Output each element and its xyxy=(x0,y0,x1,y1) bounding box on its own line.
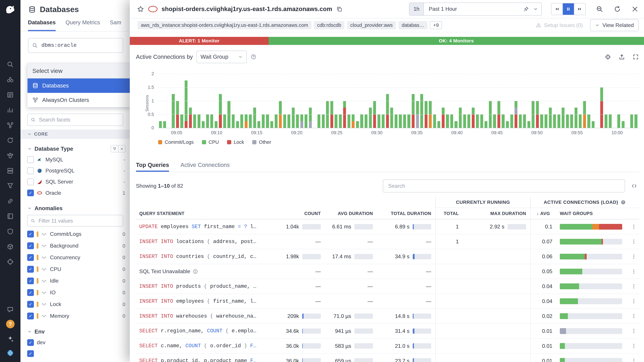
facet-item-item[interactable]: ✓ xyxy=(27,348,126,359)
table-row[interactable]: INSERT INTO warehouses ( warehouse_na…20… xyxy=(136,309,639,324)
table-search-input[interactable] xyxy=(388,183,621,190)
tab-databases[interactable]: Databases xyxy=(28,19,56,31)
tag-pill[interactable]: aws_rds_instance:shopist-orders.cviighka… xyxy=(138,21,311,29)
rail-host-button[interactable] xyxy=(6,167,14,175)
checkbox[interactable] xyxy=(27,156,34,163)
tab-active-connections[interactable]: Active Connections xyxy=(180,158,230,172)
rail-notebook-button[interactable] xyxy=(6,212,14,220)
help-icon[interactable] xyxy=(250,54,256,60)
rail-loop-button[interactable] xyxy=(6,136,14,144)
query-statement[interactable]: INSERT INTO employees ( first_name, l… xyxy=(136,299,272,304)
rail-watchdog-button[interactable] xyxy=(6,151,14,160)
rail-security-button[interactable] xyxy=(6,227,14,236)
legend-item-commit-logs[interactable]: Commit/Logs xyxy=(158,139,194,145)
query-statement[interactable]: INSERT INTO countries ( country_id, c… xyxy=(136,254,272,259)
rail-charts-button[interactable] xyxy=(6,106,14,114)
help-icon[interactable]: ? xyxy=(620,200,626,205)
checkbox[interactable]: ✓ xyxy=(27,301,34,308)
checkbox[interactable]: ✓ xyxy=(27,190,34,196)
table-row[interactable]: INSERT INTO countries ( country_id, c…1.… xyxy=(136,249,639,264)
tag-pill[interactable]: databas… xyxy=(398,21,428,29)
facet-item-oracle[interactable]: ✓Oracle1 xyxy=(27,187,126,198)
checkbox[interactable]: ✓ xyxy=(27,350,34,357)
facet-item-memory[interactable]: ✓Memory0 xyxy=(27,310,126,322)
facet-item-cpu[interactable]: ✓CPU0 xyxy=(27,263,126,275)
rail-search-button[interactable] xyxy=(6,60,14,68)
pause-button[interactable] xyxy=(562,3,574,15)
refresh-button[interactable] xyxy=(614,5,621,13)
rail-graph-button[interactable] xyxy=(6,121,14,129)
row-menu-button[interactable] xyxy=(628,343,639,349)
pin-icon[interactable] xyxy=(523,6,529,12)
facet-item-dev[interactable]: ✓dev xyxy=(27,337,126,348)
time-range-badge[interactable]: 1h xyxy=(410,3,424,15)
tab-top-queries[interactable]: Top Queries xyxy=(136,158,169,172)
select-view-option-databases[interactable]: Databases xyxy=(28,78,130,93)
wait-group-select[interactable]: Wait Group xyxy=(196,51,247,63)
tag-pill[interactable]: cdb:rdscdb xyxy=(314,21,344,29)
table-row[interactable]: SELECT c.name, COUNT ( o.order_id ) F…36… xyxy=(136,339,639,354)
query-statement[interactable]: INSERT INTO warehouses ( warehouse_na… xyxy=(136,313,272,319)
checkbox[interactable]: ✓ xyxy=(27,231,34,238)
tab-query-metrics[interactable]: Query Metrics xyxy=(66,19,100,31)
table-row[interactable]: INSERT INTO products ( product_name, …——… xyxy=(136,279,639,294)
scope-icon[interactable] xyxy=(604,54,611,60)
row-menu-button[interactable] xyxy=(628,313,639,319)
facet-item-mysql[interactable]: MySQL- xyxy=(27,154,126,165)
checkbox[interactable]: ✓ xyxy=(27,242,34,249)
row-menu-button[interactable] xyxy=(628,254,639,259)
row-menu-button[interactable] xyxy=(628,298,639,304)
rail-user-button[interactable] xyxy=(6,349,14,357)
rail-link-button[interactable] xyxy=(6,197,14,205)
time-range-label[interactable]: Past 1 Hour xyxy=(424,6,523,12)
checkbox[interactable] xyxy=(27,167,34,174)
table-row[interactable]: SELECT r.region_name, COUNT ( e.emplo…34… xyxy=(136,324,639,339)
table-search[interactable] xyxy=(383,179,625,192)
rail-packages-button[interactable] xyxy=(6,243,14,251)
facet-search[interactable] xyxy=(27,114,123,126)
facet-filter-input[interactable] xyxy=(38,217,120,224)
select-view-option-alwayson-clusters[interactable]: AlwaysOn Clusters xyxy=(28,93,130,107)
sort-column-header[interactable]: ↓AVG xyxy=(530,208,553,219)
rail-sparkle-button[interactable] xyxy=(6,335,14,343)
close-panel-button[interactable] xyxy=(631,5,639,13)
ok-monitors-segment[interactable]: OK: 4 Monitors xyxy=(269,37,644,45)
chevron-down-icon[interactable] xyxy=(533,6,538,11)
facet-item-idle[interactable]: ✓Idle0 xyxy=(27,275,126,287)
rail-news-button[interactable] xyxy=(6,91,14,99)
row-menu-button[interactable] xyxy=(628,328,639,334)
checkbox[interactable] xyxy=(27,178,34,185)
query-statement[interactable]: SELECT p.product_id, p.product_name F… xyxy=(136,358,272,362)
facet-clear-button[interactable] xyxy=(118,145,126,152)
checkbox[interactable]: ✓ xyxy=(27,289,34,296)
row-menu-button[interactable] xyxy=(628,224,639,230)
code-view-button[interactable] xyxy=(629,181,639,191)
sidebar-search[interactable] xyxy=(28,38,123,53)
datadog-logo[interactable] xyxy=(4,3,17,16)
table-row[interactable]: UPDATE employees SET first_name = ? l…1.… xyxy=(136,219,639,234)
table-row[interactable]: INSERT INTO locations ( address, post…——… xyxy=(136,234,639,249)
sidebar-search-input[interactable] xyxy=(40,42,119,49)
legend-item-other[interactable]: Other xyxy=(252,139,271,145)
query-statement[interactable]: SELECT r.region_name, COUNT ( e.emplo… xyxy=(136,328,272,334)
checkbox[interactable]: ✓ xyxy=(27,254,34,261)
rail-target-button[interactable] xyxy=(6,258,14,266)
row-menu-button[interactable] xyxy=(628,269,639,274)
table-row[interactable]: SELECT p.product_id, p.product_name F…36… xyxy=(136,354,639,362)
query-statement[interactable]: INSERT INTO products ( product_name, … xyxy=(136,284,272,289)
facet-item-sql-server[interactable]: SQL Server- xyxy=(27,176,126,187)
forward-button[interactable] xyxy=(574,3,585,15)
checkbox[interactable]: ✓ xyxy=(27,278,34,284)
tag-pill[interactable]: cloud_provider:aws xyxy=(347,21,396,29)
row-menu-button[interactable] xyxy=(628,358,639,362)
facet-item-concurrency[interactable]: ✓Concurrency0 xyxy=(27,252,126,264)
favorite-star-icon[interactable] xyxy=(137,5,144,13)
checkbox[interactable]: ✓ xyxy=(27,313,34,320)
facet-item-postgresql[interactable]: PostgreSQL- xyxy=(27,165,126,176)
fullscreen-icon[interactable] xyxy=(632,54,639,60)
table-row[interactable]: SQL Text Unavailable———0.05 xyxy=(136,264,639,279)
export-icon[interactable] xyxy=(618,54,625,60)
setup-issues-button[interactable]: Setup Issues (0) xyxy=(536,22,583,28)
checkbox[interactable]: ✓ xyxy=(27,339,34,346)
query-statement[interactable]: SELECT c.name, COUNT ( o.order_id ) F… xyxy=(136,343,272,349)
